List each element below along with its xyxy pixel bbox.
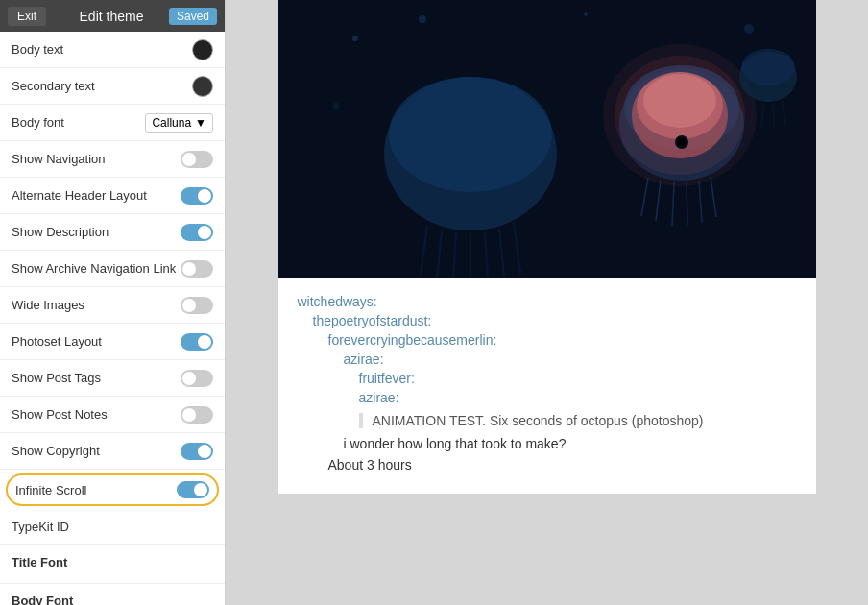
show-archive-nav-toggle[interactable] xyxy=(181,260,213,278)
secondary-text-row: Secondary text xyxy=(0,68,225,105)
show-description-label: Show Description xyxy=(12,225,108,239)
infinite-scroll-toggle[interactable] xyxy=(177,481,209,498)
show-copyright-toggle[interactable] xyxy=(181,443,213,460)
show-archive-nav-label: Show Archive Navigation Link xyxy=(12,261,176,276)
show-post-notes-toggle[interactable] xyxy=(181,406,213,424)
svg-point-8 xyxy=(389,77,552,192)
show-post-tags-row: Show Post Tags xyxy=(0,360,225,397)
blog-quoted-text: ANIMATION TEST. Six seconds of octopus (… xyxy=(359,413,797,428)
show-post-notes-label: Show Post Notes xyxy=(12,407,108,422)
show-description-toggle[interactable] xyxy=(181,224,213,241)
blog-line-1: witchedways: xyxy=(298,294,797,309)
show-navigation-row: Show Navigation xyxy=(0,141,225,178)
svg-point-22 xyxy=(603,44,757,186)
blog-line-8: i wonder how long that took to make? xyxy=(298,436,797,451)
alternate-header-layout-label: Alternate Header Layout xyxy=(12,188,147,203)
blog-line-9: About 3 hours xyxy=(298,457,797,472)
infinite-scroll-label: Infinite Scroll xyxy=(15,483,86,497)
blog-line-5: fruitfever: xyxy=(298,371,797,386)
body-font-section-label: Body Font xyxy=(12,593,213,605)
secondary-text-color[interactable] xyxy=(192,76,213,97)
svg-line-28 xyxy=(687,182,687,225)
body-text-color[interactable] xyxy=(192,39,213,60)
title-font-label: Title Font xyxy=(12,555,213,569)
body-text-row: Body text xyxy=(0,32,225,68)
saved-badge: Saved xyxy=(169,8,217,25)
alternate-header-layout-row: Alternate Header Layout xyxy=(0,178,225,214)
exit-button[interactable]: Exit xyxy=(8,7,46,26)
wide-images-toggle[interactable] xyxy=(181,297,213,314)
svg-point-6 xyxy=(333,103,339,109)
body-font-label: Body font xyxy=(12,115,64,130)
photoset-layout-label: Photoset Layout xyxy=(12,334,102,349)
content-area: witchedways: thepoetryofstardust: foreve… xyxy=(278,0,816,494)
alternate-header-layout-toggle[interactable] xyxy=(181,187,213,205)
wide-images-label: Wide Images xyxy=(12,298,84,312)
show-archive-nav-row: Show Archive Navigation Link xyxy=(0,251,225,287)
typekit-id-row: TypeKit ID xyxy=(0,510,225,544)
photoset-layout-toggle[interactable] xyxy=(181,333,213,351)
title-font-section: Title Font xyxy=(0,544,225,583)
svg-point-3 xyxy=(584,12,588,16)
main-content: witchedways: thepoetryofstardust: foreve… xyxy=(226,0,868,605)
blog-line-3: forevercryingbecausemerlin: xyxy=(298,332,797,348)
wide-images-row: Wide Images xyxy=(0,287,225,324)
photoset-layout-row: Photoset Layout xyxy=(0,324,225,360)
body-text-label: Body text xyxy=(12,42,63,57)
sidebar-header: Exit Edit theme Saved xyxy=(0,0,225,32)
show-post-notes-row: Show Post Notes xyxy=(0,397,225,433)
show-copyright-row: Show Copyright xyxy=(0,433,225,470)
blog-line-2: thepoetryofstardust: xyxy=(298,313,797,328)
sidebar-title: Edit theme xyxy=(54,9,169,24)
body-font-dropdown[interactable]: Calluna ▼ xyxy=(145,113,213,133)
show-navigation-label: Show Navigation xyxy=(12,152,106,166)
sidebar: Exit Edit theme Saved Body text Secondar… xyxy=(0,0,226,605)
svg-point-2 xyxy=(419,15,426,23)
show-post-tags-toggle[interactable] xyxy=(181,370,213,387)
typekit-id-label: TypeKit ID xyxy=(12,520,69,534)
show-copyright-label: Show Copyright xyxy=(12,444,100,458)
infinite-scroll-row: Infinite Scroll xyxy=(6,473,219,506)
blog-text: witchedways: thepoetryofstardust: foreve… xyxy=(278,278,816,494)
show-description-row: Show Description xyxy=(0,214,225,251)
svg-point-4 xyxy=(744,24,754,34)
blog-line-6: azirae: xyxy=(298,390,797,405)
svg-point-32 xyxy=(741,49,795,85)
show-navigation-toggle[interactable] xyxy=(181,151,213,168)
blog-image xyxy=(278,0,816,278)
svg-point-24 xyxy=(678,138,686,146)
show-post-tags-label: Show Post Tags xyxy=(12,371,101,385)
jellyfish-svg xyxy=(278,0,816,278)
blog-line-4: azirae: xyxy=(298,351,797,367)
body-font-section: Body Font xyxy=(0,583,225,605)
body-font-row: Body font Calluna ▼ xyxy=(0,105,225,141)
secondary-text-label: Secondary text xyxy=(12,79,95,93)
svg-point-1 xyxy=(352,36,358,41)
